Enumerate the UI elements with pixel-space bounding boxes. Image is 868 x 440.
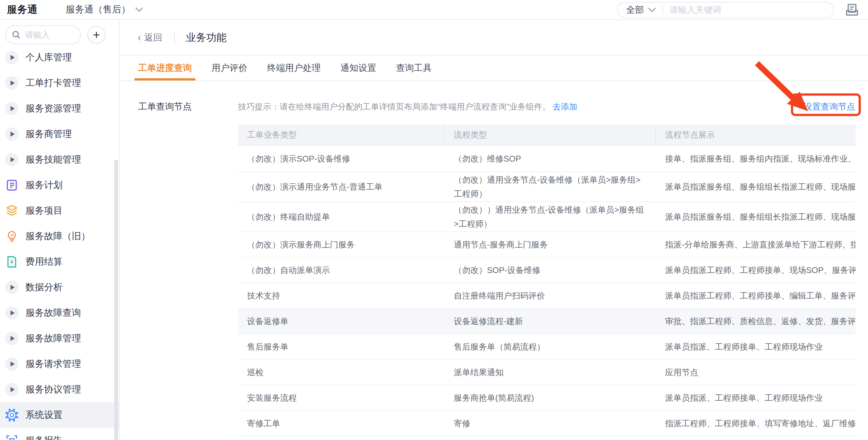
sidebar-item-8[interactable]: 服务故障（旧） (0, 224, 119, 249)
set-query-node-link[interactable]: 设置查询节点 (804, 100, 855, 113)
add-button[interactable]: + (87, 26, 105, 44)
sidebar-item-14[interactable]: 服务协议管理 (0, 377, 119, 402)
sidebar-item-label: 服务故障管理 (26, 332, 81, 345)
sidebar-item-3[interactable]: 服务资源管理 (0, 96, 119, 121)
tab-label: 通知设置 (341, 62, 376, 74)
chevron-down-icon (648, 7, 656, 12)
section-label: 工单查询节点 (138, 100, 192, 113)
content-area: 工单查询节点 技巧提示：请在给终端用户分配的工单详情页布局添加“终端用户流程查询… (120, 81, 868, 439)
table-row[interactable]: 售后服务单售后服务单（简易流程）派单员指派、工程师接单、工程师现场作业 (238, 334, 856, 359)
inbox-doc-icon[interactable] (845, 3, 859, 17)
table-cell: 指派工程师、工程师接单、填写寄修地址、返厂维修、... (656, 411, 856, 436)
table-row[interactable]: 设备返修单设备返修流程-建新审批、指派工程师、质检信息、返修、发货、服务评价 (238, 308, 856, 334)
sidebar-item-15[interactable]: 系统设置 (0, 402, 119, 428)
table-header-cell: 工单业务类型 (238, 124, 445, 145)
tab-2[interactable]: 用户评价 (212, 56, 247, 81)
search-scope-dropdown[interactable]: 全部 (626, 4, 656, 16)
sidebar-item-label: 服务协议管理 (26, 383, 81, 396)
tip-text: 技巧提示：请在给终端用户分配的工单详情页布局添加“终端用户流程查询”业务组件。去… (238, 100, 577, 113)
expand-arrow-icon (5, 153, 19, 166)
tab-1[interactable]: 工单进度查询 (138, 56, 192, 81)
page-header: ‹ 返回 业务功能 (120, 21, 868, 56)
app-logo[interactable]: 服务通 (7, 3, 38, 16)
sidebar-item-11[interactable]: 服务故障查询 (0, 300, 119, 326)
table-cell: （勿改））通用业务节点-设备维修（派单员>服务组>工程师） (445, 202, 656, 232)
sidebar-item-9[interactable]: ¥费用结算 (0, 249, 119, 274)
divider (174, 31, 175, 44)
search-icon (11, 30, 21, 39)
global-search[interactable]: 全部 (617, 2, 834, 18)
global-search-input[interactable] (670, 5, 825, 15)
table-cell: 应用节点 (656, 360, 856, 385)
sidebar-item-label: 个人库管理 (26, 51, 72, 64)
table-cell: （勿改）演示SOP-设备维修 (238, 146, 445, 172)
table-row[interactable]: 安装服务流程服务商抢单(简易流程)派单员指派、工程师接单、工程师现场作业 (238, 385, 856, 410)
tab-3[interactable]: 终端用户处理 (267, 56, 321, 81)
table-cell: 寄修 (445, 411, 656, 436)
table-row[interactable]: （勿改）演示SOP-设备维修（勿改）维修SOP接单、指派服务组、服务组内指派、现… (238, 145, 856, 172)
sidebar-search[interactable] (5, 25, 81, 45)
sidebar-item-5[interactable]: 服务技能管理 (0, 147, 119, 172)
tab-bar: 工单进度查询用户评价终端用户处理通知设置查询工具 (120, 56, 868, 81)
table-cell: 安装服务流程 (238, 385, 445, 410)
table-row[interactable]: 巡检派单结果通知应用节点 (238, 359, 856, 385)
table-row[interactable]: （勿改）终端自助提单（勿改））通用业务节点-设备维修（派单员>服务组>工程师）派… (238, 202, 856, 232)
sidebar-item-label: 服务故障查询 (26, 306, 81, 319)
expand-arrow-icon (5, 332, 19, 345)
table-cell: 通用节点-服务商上门服务 (445, 232, 656, 257)
sidebar-item-2[interactable]: 工单打卡管理 (0, 70, 119, 96)
table-cell: 售后服务单（简易流程） (445, 334, 656, 359)
sidebar-search-input[interactable] (25, 30, 73, 40)
sidebar-item-12[interactable]: 服务故障管理 (0, 326, 119, 351)
expand-arrow-icon (5, 76, 19, 90)
app-window: 服务通 服务通（售后） 全部 (0, 0, 868, 440)
sidebar-item-label: 服务资源管理 (26, 102, 81, 115)
layers-icon (5, 204, 19, 217)
sidebar-nav: 个人库管理工单打卡管理服务资源管理服务商管理服务技能管理服务计划服务项目服务故障… (0, 45, 119, 440)
table-cell: （勿改）演示服务商上门服务 (238, 232, 445, 257)
table-cell: （勿改）演示通用业务节点-普通工单 (238, 172, 445, 202)
tab-5[interactable]: 查询工具 (396, 56, 432, 81)
go-add-link[interactable]: 去添加 (552, 102, 577, 112)
table-cell: 售后服务单 (238, 334, 445, 359)
sidebar-item-4[interactable]: 服务商管理 (0, 121, 119, 147)
table-header-cell: 流程类型 (445, 124, 656, 145)
sidebar-item-6[interactable]: 服务计划 (0, 172, 119, 198)
table-row-partial (238, 436, 856, 440)
tip-message: 技巧提示：请在给终端用户分配的工单详情页布局添加“终端用户流程查询”业务组件。 (238, 102, 551, 112)
table-cell: 设备返修流程-建新 (445, 309, 656, 334)
sidebar-item-7[interactable]: 服务项目 (0, 198, 119, 224)
sidebar-item-10[interactable]: 数据分析 (0, 274, 119, 300)
workspace-switcher[interactable]: 服务通（售后） (66, 3, 143, 16)
expand-arrow-icon (5, 306, 19, 320)
query-node-table: 工单业务类型流程类型流程节点展示（勿改）演示SOP-设备维修（勿改）维修SOP接… (238, 124, 856, 440)
table-cell: （勿改）SOP-设备维修 (445, 258, 656, 283)
report-icon (5, 434, 19, 440)
tab-label: 查询工具 (396, 62, 432, 74)
table-cell: 接单、指派服务组、服务组内指派、现场标准作业、服... (656, 146, 856, 172)
bulb-icon (5, 230, 19, 243)
back-button[interactable]: ‹ 返回 (137, 32, 162, 44)
expand-arrow-icon (5, 357, 19, 371)
sidebar-item-13[interactable]: 服务请求管理 (0, 351, 119, 377)
tab-4[interactable]: 通知设置 (341, 56, 376, 81)
table-row[interactable]: 技术支持自注册终端用户扫码评价派单员指派工程师、工程师接单、编辑工单、服务评价 (238, 283, 856, 308)
sidebar-item-label: 服务商管理 (26, 128, 72, 141)
sidebar-item-16[interactable]: 服务报告 (0, 428, 119, 440)
table-cell: 指派-分单给服务商、上游直接派单给下游工程师、指... (656, 232, 856, 257)
expand-arrow-icon (5, 102, 19, 115)
divider (662, 5, 663, 14)
table-row[interactable]: （勿改）演示通用业务节点-普通工单（勿改）通用业务节点-设备维修（派单员>服务组… (238, 172, 856, 202)
sidebar-item-label: 服务请求管理 (26, 358, 81, 371)
table-row[interactable]: 寄修工单寄修指派工程师、工程师接单、填写寄修地址、返厂维修、... (238, 410, 856, 436)
sidebar-item-label: 服务故障（旧） (26, 230, 90, 243)
sidebar-item-1[interactable]: 个人库管理 (0, 45, 119, 70)
tab-label: 终端用户处理 (267, 62, 321, 74)
table-cell: 派单结果通知 (445, 360, 656, 385)
table-row[interactable]: （勿改）自动派单演示（勿改）SOP-设备维修派单员指派工程师、工程师接单、现场S… (238, 257, 856, 283)
sidebar-scrollbar[interactable] (114, 160, 118, 440)
table-row[interactable]: （勿改）演示服务商上门服务通用节点-服务商上门服务指派-分单给服务商、上游直接派… (238, 232, 856, 257)
table-cell: 设备返修单 (238, 309, 445, 334)
gear-icon (5, 408, 19, 422)
table-cell: 派单员指派服务组、服务组组长指派工程师、现场服务... (656, 172, 856, 202)
